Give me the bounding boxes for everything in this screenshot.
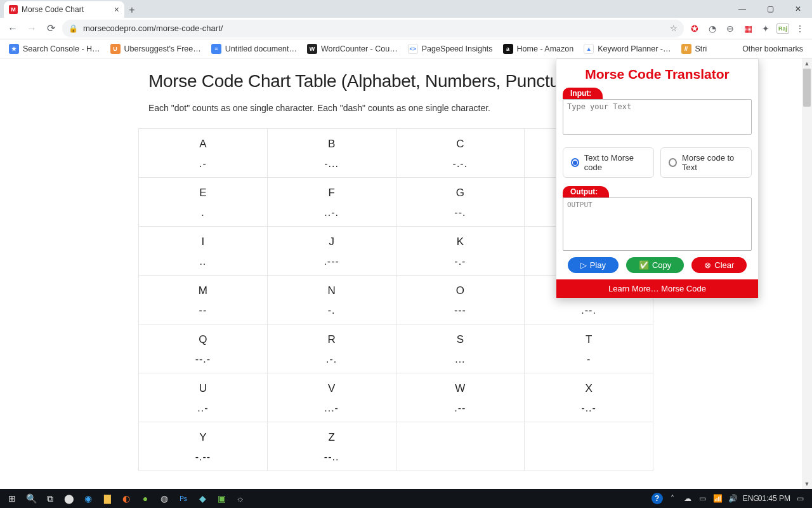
mode-text-to-morse[interactable]: Text to Morse code [563,147,654,178]
nav-back-button[interactable]: ← [5,21,20,36]
tray-chevron-icon[interactable]: ˄ [667,494,678,503]
morse-cell: R.-. [267,324,396,373]
bookmark-label: Search Console - H… [23,44,100,53]
extension-icon-3[interactable]: ⊖ [723,22,737,36]
morse-letter: T [525,333,653,346]
taskbar-app-photoshop[interactable]: Ps [174,489,193,508]
taskbar-app-firefox[interactable]: ◐ [117,489,136,508]
morse-cell: A.- [139,129,268,178]
extension-icon-2[interactable]: ◔ [705,22,719,36]
address-bar[interactable]: 🔒 morsecodepro.com/morse-code-chart/ ☆ [62,20,684,37]
bookmark-item-2[interactable]: ≡Untitled document… [207,41,301,57]
extension-icon-4[interactable]: ▦ [741,22,755,36]
taskbar-app-edge[interactable]: ◉ [79,489,98,508]
extensions-puzzle-icon[interactable]: ✦ [759,22,773,36]
bookmark-item-5[interactable]: aHome - Amazon [499,41,578,57]
bookmark-item-0[interactable]: ★Search Console - H… [5,41,104,57]
tray-volume-icon[interactable]: 🔊 [728,494,739,503]
taskbar-app-8[interactable]: ◆ [193,489,212,508]
morse-code: .-. [268,354,396,365]
window-maximize-button[interactable]: ▢ [756,0,784,18]
bookmark-favicon: ★ [9,44,19,54]
extension-morse-icon[interactable]: ✪ [688,22,702,36]
morse-letter: C [396,138,525,150]
bookmark-star-icon[interactable]: ☆ [670,23,678,33]
browser-menu-icon[interactable]: ⋮ [793,22,807,36]
morse-letter: W [396,382,525,395]
start-button[interactable]: ⊞ [3,489,22,508]
scroll-thumb[interactable] [803,69,811,107]
tray-notifications-icon[interactable]: ▭ [794,494,806,503]
morse-cell: Y-.-- [139,422,268,471]
new-tab-button[interactable]: + [124,3,140,18]
taskbar-app-explorer[interactable]: ▇ [98,489,117,508]
scroll-down-arrow[interactable]: ▼ [802,479,812,489]
bookmark-item-1[interactable]: UUbersuggest's Free… [107,41,205,57]
tray-wifi-icon[interactable]: 📶 [712,494,724,503]
bookmark-item-4[interactable]: <>PageSpeed Insights [404,41,497,57]
taskbar-app-5[interactable]: ● [136,489,155,508]
morse-code: -.-. [396,158,525,170]
input-label: Input: [563,88,603,99]
nav-reload-button[interactable]: ⟳ [43,21,58,36]
browser-tab-active[interactable]: M Morse Code Chart × [4,1,124,18]
morse-code: .--- [268,256,396,267]
tray-cloud-icon[interactable]: ☁ [682,494,693,503]
taskbar-search-icon[interactable]: 🔍 [22,489,41,508]
bookmark-item-3[interactable]: WWordCounter - Cou… [303,41,402,57]
morse-cell: W.-- [396,373,525,422]
tray-language[interactable]: ENG [743,494,754,503]
mode-morse-to-text[interactable]: Morse code to Text [660,147,752,178]
morse-code: ..- [139,403,267,414]
taskbar-app-chrome[interactable]: ◍ [155,489,174,508]
morse-cell: J.--- [267,227,396,276]
tray-clock[interactable]: 01:45 PM [758,494,790,503]
morse-code: -. [268,305,396,316]
clear-button[interactable]: ⊗Clear [691,257,747,273]
profile-avatar[interactable]: Raj [776,23,789,34]
help-tray-icon[interactable]: ? [652,493,663,504]
morse-code: -- [139,305,267,316]
window-controls: — ▢ ✕ [728,0,812,18]
morse-letter: S [396,333,525,346]
popup-title: Morse Code Translator [563,67,752,82]
bookmark-item-6[interactable]: ▲Keyword Planner -… [580,41,674,57]
window-close-button[interactable]: ✕ [784,0,812,18]
taskbar-app-1[interactable]: ⬤ [60,489,79,508]
bookmark-favicon: ≡ [211,44,221,54]
morse-code: -..- [525,403,653,414]
morse-cell [525,422,653,471]
output-area: OUTPUT [563,197,752,251]
copy-icon: ✅ [639,260,649,270]
taskbar-app-10[interactable]: ☼ [231,489,250,508]
address-url: morsecodepro.com/morse-code-chart/ [83,23,665,33]
morse-code: --.. [268,451,396,463]
tab-close-icon[interactable]: × [114,4,119,15]
window-minimize-button[interactable]: — [728,0,756,18]
mode-text-to-morse-label: Text to Morse code [584,153,646,172]
other-bookmarks[interactable]: Other bookmarks [738,42,807,56]
morse-letter: Q [139,333,267,346]
input-textarea[interactable] [563,99,752,135]
morse-letter: R [268,333,396,346]
learn-more-link[interactable]: Learn More… Morse Code [556,279,758,298]
morse-cell: F..-. [267,178,396,227]
nav-forward-button[interactable]: → [24,21,39,36]
browser-tabstrip: M Morse Code Chart × + — ▢ ✕ [0,0,812,18]
page-scrollbar[interactable]: ▲ ▼ [802,58,812,489]
clear-label: Clear [714,260,734,270]
scroll-up-arrow[interactable]: ▲ [802,58,812,69]
page-viewport: Morse Code Chart Table (Alphabet, Number… [0,58,812,489]
task-view-icon[interactable]: ⧉ [41,489,60,508]
bookmarks-bar: ★Search Console - H…UUbersuggest's Free…… [0,39,812,58]
play-button[interactable]: ▷Play [568,257,619,273]
bookmark-label: Stri [695,44,707,53]
translator-popup: Morse Code Translator Input: Text to Mor… [556,58,759,298]
tray-battery-icon[interactable]: ▭ [697,494,709,503]
bookmark-item-7[interactable]: //Stri [678,41,711,57]
morse-cell: U..- [139,373,268,422]
copy-button[interactable]: ✅Copy [626,257,684,273]
morse-code: .--. [525,305,653,316]
morse-cell: M-- [139,276,268,324]
taskbar-app-9[interactable]: ▣ [212,489,231,508]
